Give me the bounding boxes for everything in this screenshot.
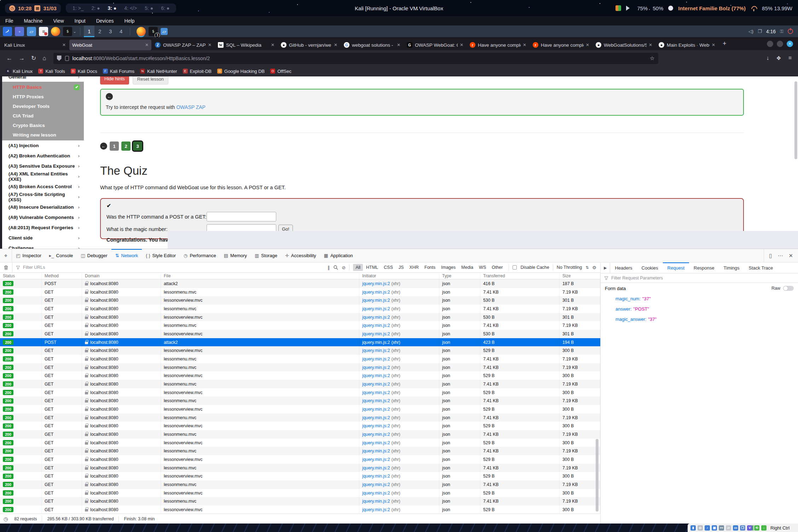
sidebar-category-item[interactable]: (A1) Injection › (2, 140, 84, 151)
save-to-library-icon[interactable]: ↓ (766, 55, 769, 62)
browser-tab[interactable]: ● GitHub - vernjan/we ✕ (278, 40, 340, 50)
vm-status-icon[interactable]: ↓ (761, 525, 767, 531)
block-icon[interactable]: ⊘ (342, 265, 346, 270)
initiator-link[interactable]: jquery.min.js:2 (362, 348, 390, 353)
hint-prev-icon[interactable]: ← (106, 93, 113, 100)
network-request-row[interactable]: 200 GET localhost:8080 lessonmenu.mvc jq… (0, 447, 600, 455)
network-request-row[interactable]: 200 POST localhost:8080 attack2 jquery.m… (0, 338, 600, 347)
vm-status-icon[interactable]: ▭ (733, 525, 738, 531)
initiator-link[interactable]: jquery.min.js:2 (362, 474, 390, 479)
initiator-link[interactable]: jquery.min.js:2 (362, 415, 390, 420)
browser-tab[interactable]: ● WebGoatSolutions/S ✕ (593, 40, 655, 50)
terminal-window-icon[interactable]: $ 3 (149, 27, 158, 36)
workspace-button[interactable]: 4 (116, 25, 126, 37)
page-number-button[interactable]: 3 (133, 141, 142, 151)
initiator-link[interactable]: jquery.min.js:2 (362, 491, 390, 496)
lock-icon[interactable]: ⚿ (780, 29, 783, 34)
network-request-row[interactable]: 200 GET localhost:8080 lessonmenu.mvc jq… (0, 480, 600, 489)
tab-close-icon[interactable]: ✕ (712, 42, 715, 47)
sidebar-item-general[interactable]: General › (2, 76, 84, 82)
detail-tab[interactable]: Timings (719, 262, 744, 273)
initiator-link[interactable]: jquery.min.js:2 (362, 407, 390, 412)
network-settings-gear-icon[interactable]: ⚙ (592, 265, 596, 270)
firefox-launcher-icon[interactable] (51, 27, 60, 36)
type-filter-chip[interactable]: XHR (407, 264, 421, 271)
network-request-row[interactable]: 200 GET localhost:8080 lessonmenu.mvc jq… (0, 397, 600, 405)
terminal-launcher-icon[interactable]: $ (63, 27, 72, 36)
tab-close-icon[interactable]: ✕ (397, 42, 400, 47)
vm-status-icon[interactable]: ⟲ (754, 525, 759, 531)
sidebar-category-item[interactable]: (A8) Insecure Deserialization › (2, 202, 84, 212)
sidebar-lesson-item[interactable]: HTTP Basics ✔ (2, 82, 84, 92)
devtools-tab[interactable]: ⇅ Network (111, 249, 142, 262)
close-button[interactable]: ✕ (787, 41, 793, 47)
new-tab-button[interactable]: + (718, 40, 731, 47)
initiator-link[interactable]: jquery.min.js:2 (362, 440, 390, 445)
network-request-row[interactable]: 200 GET localhost:8080 lessonoverview.mv… (0, 422, 600, 430)
network-request-row[interactable]: 200 GET localhost:8080 lessonmenu.mvc jq… (0, 380, 600, 388)
sidebar-lesson-item[interactable]: Developer Tools (2, 102, 84, 111)
detail-tab[interactable]: Request (663, 262, 689, 273)
network-request-row[interactable]: 200 GET localhost:8080 lessonmenu.mvc jq… (0, 288, 600, 296)
devtools-tab[interactable]: ✛ Accessibility (281, 249, 320, 262)
initiator-link[interactable]: jquery.min.js:2 (362, 390, 390, 395)
network-request-row[interactable]: 200 GET localhost:8080 lessonmenu.mvc jq… (0, 363, 600, 372)
clear-requests-icon[interactable] (0, 262, 12, 272)
network-request-row[interactable]: 200 GET localhost:8080 lessonmenu.mvc jq… (0, 464, 600, 472)
browser-tab[interactable]: r Have anyone comple ✕ (467, 40, 529, 50)
initiator-link[interactable]: jquery.min.js:2 (362, 449, 390, 453)
devtools-tab[interactable]: { } Style Editor (142, 249, 180, 262)
tab-close-icon[interactable]: ✕ (460, 42, 463, 47)
sidebar-category-item[interactable]: Client side › (2, 233, 84, 243)
sidebar-lesson-item[interactable]: CIA Triad (2, 111, 84, 121)
sidebar-lesson-item[interactable]: Writing new lesson (2, 130, 84, 140)
form-data-param[interactable]: answer: "POST" (601, 304, 798, 314)
network-request-row[interactable]: 200 GET localhost:8080 lessonoverview.mv… (0, 388, 600, 397)
type-filter-chip[interactable]: All (353, 264, 363, 271)
menubar-item[interactable]: Help (119, 16, 140, 25)
column-header[interactable]: Initiator (359, 273, 439, 279)
page-number-button[interactable]: 2 (121, 141, 131, 151)
vm-status-icon[interactable]: V (747, 525, 752, 531)
network-request-row[interactable]: 200 GET localhost:8080 lessonmenu.mvc jq… (0, 430, 600, 439)
network-request-row[interactable]: 200 GET localhost:8080 lessonoverview.mv… (0, 330, 600, 338)
column-header[interactable]: Transferred (480, 273, 560, 279)
throttling-select[interactable]: No Throttling (557, 265, 582, 270)
page-info-icon[interactable] (65, 56, 69, 61)
filter-urls-input[interactable] (23, 265, 129, 270)
home-icon[interactable]: ⌂ (42, 55, 46, 62)
form-data-section[interactable]: Form data Raw (601, 283, 798, 294)
initiator-link[interactable]: jquery.min.js:2 (362, 466, 390, 470)
responsive-mode-icon[interactable]: ▯ (769, 253, 772, 259)
workspace-button[interactable]: 2 (94, 25, 105, 37)
network-request-row[interactable]: 200 GET localhost:8080 lessonoverview.mv… (0, 346, 600, 355)
browser-tab[interactable]: ● Main Exploits · WebG ✕ (656, 40, 718, 50)
tab-close-icon[interactable]: ✕ (145, 42, 149, 47)
raw-toggle[interactable] (783, 286, 794, 291)
initiator-link[interactable]: jquery.min.js:2 (362, 290, 390, 295)
sidebar-category-item[interactable]: (A5) Broken Access Control › (2, 181, 84, 192)
initiator-link[interactable]: jquery.min.js:2 (362, 331, 390, 336)
bookmark-item[interactable]: G Google Hacking DB (217, 69, 265, 74)
maximize-button[interactable] (777, 41, 783, 47)
disable-cache-checkbox[interactable] (513, 265, 517, 270)
browser-tab[interactable]: G webgoat solutions - ✕ (341, 40, 403, 50)
initiator-link[interactable]: jquery.min.js:2 (362, 298, 390, 303)
bookmark-item[interactable]: E Exploit-DB (183, 69, 212, 74)
sidebar-lesson-item[interactable]: Crypto Basics (2, 121, 84, 130)
page-prev-icon[interactable]: ← (100, 143, 107, 150)
network-request-row[interactable]: 200 GET localhost:8080 lessonoverview.mv… (0, 505, 600, 514)
browser-tab[interactable]: W SQL – Wikipedia ✕ (215, 40, 277, 50)
search-icon[interactable] (333, 265, 338, 270)
browser-tab[interactable]: Z OWASP ZAP – ZAP i ✕ (152, 40, 214, 50)
column-header[interactable]: Status (0, 273, 42, 279)
detail-tab[interactable]: Headers (610, 262, 637, 273)
devtools-close-icon[interactable]: ✕ (788, 253, 793, 259)
table-scrollbar[interactable] (596, 279, 599, 513)
bookmark-item[interactable]: N Kali NetHunter (140, 69, 177, 74)
initiator-link[interactable]: jquery.min.js:2 (362, 398, 390, 403)
workspace-button[interactable]: 3 (105, 25, 116, 37)
pause-icon[interactable]: ∥ (328, 265, 330, 270)
devtools-menu-icon[interactable]: ⋯ (777, 253, 783, 259)
app-launcher-icon[interactable]: ◦ (15, 27, 24, 36)
